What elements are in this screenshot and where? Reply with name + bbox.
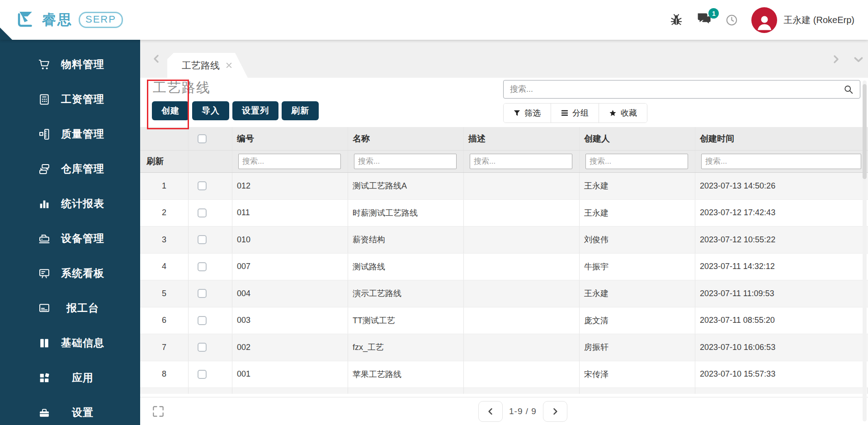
row-checkbox[interactable] [198,181,207,190]
sidebar-item-toolbox[interactable]: 设置 [0,395,140,425]
cell-created-time: 2023-07-10 15:57:33 [695,361,868,388]
filter-input-creator[interactable] [585,154,688,169]
chevron-left-icon [486,407,495,416]
group-by-button[interactable]: 分组 [551,104,599,123]
cell-code: 011 [232,200,348,227]
column-header-description[interactable]: 描述 [464,127,580,150]
row-checkbox[interactable] [198,235,207,244]
filter-button[interactable]: 筛选 [504,104,551,123]
cell-name: 测试工艺路线A [348,173,464,199]
row-index: 8 [140,361,189,388]
sidebar-item-warehouse[interactable]: 仓库管理 [0,151,140,186]
search-icon[interactable] [844,85,854,94]
bar-chart-icon [38,197,52,211]
monitor-icon [38,302,52,315]
header-index [140,127,189,150]
import-button[interactable]: 导入 [192,101,229,120]
set-columns-button[interactable]: 设置列 [232,101,278,120]
sidebar-item-machine[interactable]: 设备管理 [0,221,140,256]
row-checkbox-cell [189,173,232,199]
table-row[interactable]: 4 007 测试路线 牛振宇 2023-07-11 14:32:12 [140,254,868,281]
tab-collapse-icon[interactable] [853,53,864,67]
filter-input-description[interactable] [470,154,572,169]
refresh-link[interactable]: 刷新 [145,156,164,167]
row-checkbox[interactable] [198,289,207,298]
table-row[interactable]: 6 003 TT测试工艺 庞文清 2023-07-11 08:55:20 [140,307,868,335]
kanban-icon [38,267,52,280]
debug-bug-icon[interactable] [670,13,683,27]
expand-fullscreen-icon[interactable] [151,404,165,420]
filter-input-code[interactable] [238,154,341,169]
app-logo[interactable]: 睿思 SERP [15,9,123,31]
row-index: 7 [140,334,189,361]
select-all-checkbox[interactable] [198,134,207,143]
row-index: 2 [140,200,189,227]
row-checkbox[interactable] [198,316,207,325]
logo-text: 睿思 [42,10,73,29]
column-header-created-time[interactable]: 创建时间 [695,127,868,150]
table-row[interactable]: 1 012 测试工艺路线A 王永建 2023-07-13 14:50:26 [140,173,868,200]
column-header-code[interactable]: 编号 [232,127,348,150]
table-row-partial [140,388,868,394]
next-page-button[interactable] [543,401,567,422]
column-header-creator[interactable]: 创建人 [580,127,695,150]
cell-created-time: 2023-07-11 11:09:53 [695,280,868,307]
filter-input-name[interactable] [354,154,457,169]
favorites-button[interactable]: 收藏 [599,104,647,123]
user-menu[interactable]: 王永建 (RokeErp) [783,14,854,26]
row-checkbox-cell [189,200,232,227]
filter-input-created-time[interactable] [701,154,861,169]
calculator-icon [38,93,52,106]
cell-name: 时薪测试工艺路线 [348,200,464,227]
prev-page-button[interactable] [478,401,503,422]
activity-clock-icon[interactable] [726,14,738,26]
cell-created-time: 2023-07-11 08:55:20 [695,307,868,334]
scrollbar-thumb[interactable] [863,84,867,179]
table-row[interactable]: 2 011 时薪测试工艺路线 王永建 2023-07-12 17:42:43 [140,200,868,227]
create-button[interactable]: 创建 [152,101,189,120]
sidebar-item-ruler[interactable]: 质量管理 [0,117,140,151]
tab-scroll-left-icon[interactable] [151,52,162,67]
cell-creator: 王永建 [580,200,695,227]
cell-creator: 房振轩 [580,334,695,361]
row-checkbox[interactable] [198,262,207,271]
row-checkbox[interactable] [198,208,207,217]
row-index: 4 [140,254,189,280]
tab-close-icon[interactable] [225,61,233,70]
sidebar-item-cart[interactable]: 物料管理 [0,47,140,82]
control-bar: 工艺路线 创建 导入 设置列 刷新 筛选 分组 收藏 [140,78,868,127]
table-header-row: 编号 名称 描述 创建人 创建时间 [140,127,868,151]
person-icon [755,13,774,33]
sidebar-item-bar-chart[interactable]: 统计报表 [0,186,140,221]
sidebar-item-calculator[interactable]: 工资管理 [0,82,140,117]
column-header-name[interactable]: 名称 [348,127,464,150]
cell-created-time: 2023-07-13 14:50:26 [695,173,868,199]
messages-icon[interactable]: 1 [697,12,712,28]
cell-creator: 刘俊伟 [580,227,695,253]
tab-scroll-right-icon[interactable] [830,52,841,68]
table-row[interactable]: 7 002 fzx_工艺 房振轩 2023-07-10 16:06:53 [140,334,868,361]
cell-code: 004 [232,280,348,307]
cell-creator: 宋传泽 [580,361,695,388]
tab-process-route[interactable]: 工艺路线 [167,53,248,78]
sidebar-item-monitor[interactable]: 报工台 [0,291,140,326]
cell-name: 测试路线 [348,254,464,280]
table-row[interactable]: 5 004 演示工艺路线 王永建 2023-07-11 11:09:53 [140,280,868,307]
sidebar-item-kanban[interactable]: 系统看板 [0,256,140,291]
data-table: 编号 名称 描述 创建人 创建时间 刷新 1 012 测试工艺路线A 王永建 2… [140,127,868,397]
refresh-button[interactable]: 刷新 [282,101,319,120]
table-row[interactable]: 8 001 苹果工艺路线 宋传泽 2023-07-10 15:57:33 [140,361,868,388]
avatar[interactable] [751,7,777,33]
row-checkbox[interactable] [198,370,207,379]
main-content: 工艺路线 工艺路线 创建 导入 设置列 刷新 筛选 分组 [140,40,868,425]
search-input[interactable] [504,85,844,94]
vertical-scrollbar[interactable] [863,80,867,421]
sidebar-item-apps[interactable]: 应用 [0,360,140,395]
row-checkbox-cell [189,254,232,280]
row-checkbox[interactable] [198,343,207,352]
table-row[interactable]: 3 010 薪资结构 刘俊伟 2023-07-12 10:55:22 [140,227,868,254]
sidebar-item-book[interactable]: 基础信息 [0,326,140,360]
notification-badge: 1 [708,8,719,19]
global-search [503,80,860,99]
tab-label: 工艺路线 [182,59,220,72]
